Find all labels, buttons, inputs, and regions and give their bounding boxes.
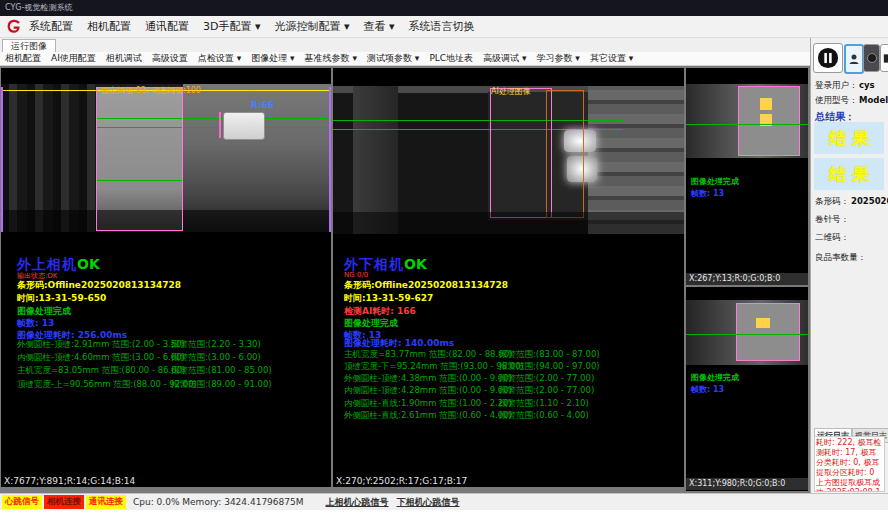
process-done-line: 图像处理完成	[691, 176, 739, 187]
edge-line-purple	[329, 87, 331, 232]
time-line: 时间:13-31-59-627	[344, 292, 433, 305]
alarm-range-text: 报警范围:(2.00 - 77.00)	[499, 385, 594, 397]
result-ok-label: OK	[77, 256, 100, 272]
window-title: CYG-视觉检测系统	[5, 3, 72, 12]
toolbar-baseline-params[interactable]: 基准线参数 ▾	[300, 52, 362, 65]
menu-item-3d-hand-config[interactable]: 3D手配置 ▾	[196, 19, 268, 34]
pixel-coords-readout: X:311;Y:980;R:0;G:0;B:0	[686, 478, 808, 490]
output-status-line: NG:0/0	[344, 271, 368, 279]
app-window: CYG-视觉检测系统 系统配置 相机配置 通讯配置 3D手配置 ▾ 光源控制配置…	[0, 0, 888, 522]
measurement-text: 内侧圆柱-顶缝:4.60mm 范围:(3.00 - 6.00)	[17, 352, 185, 364]
marker-line-magenta	[219, 112, 221, 138]
barcode-line: 条形码:Offline2025020813134728	[17, 279, 181, 292]
toolbar-advanced-settings[interactable]: 高级设置	[147, 52, 193, 65]
roi-rect-orange	[546, 90, 584, 218]
tab-run-image[interactable]: 运行图像	[2, 39, 56, 53]
camera-panel-outer-bottom: AI处理图像 外下相机OK NG:0/0 条形码:Offline20250208…	[333, 68, 684, 487]
record-button[interactable]	[863, 44, 880, 72]
qr-code-label: 二维码：	[815, 232, 849, 244]
roi-rect-pink	[736, 303, 800, 361]
result-box-2: 结 果	[814, 158, 884, 190]
toolbar-advanced-debug[interactable]: 高级调试 ▾	[478, 52, 531, 65]
pause-button[interactable]	[813, 43, 843, 73]
toolbar-image-processing[interactable]: 图像处理 ▾	[246, 52, 299, 65]
pixel-coords-readout: X:270;Y:2502;R:17;G:17;B:17	[336, 476, 467, 486]
toolbar-camera-debug[interactable]: 相机调试	[101, 52, 147, 65]
menu-item-comm-config[interactable]: 通讯配置	[138, 19, 196, 34]
alarm-range-text: 报警范围:(2.20 - 3.30)	[171, 339, 261, 351]
exit-door-icon	[882, 52, 888, 65]
menu-item-system-config[interactable]: 系统配置	[22, 19, 80, 34]
window-titlebar: CYG-视觉检测系统	[0, 0, 888, 16]
roi-rect-pink	[96, 87, 183, 231]
connector-part	[223, 112, 265, 140]
barcode-line: 条形码:Offline2025020813134728	[344, 279, 508, 292]
camera-view-outer-bottom[interactable]: AI处理图像	[333, 86, 684, 234]
alarm-range-text: 报警范围:(2.00 - 77.00)	[499, 373, 594, 385]
blue-marker-label: R:66	[251, 100, 274, 110]
right-sidebar: 登录用户： cys 使用型号： Model1 总结果： 结 果 结 果 条形码：…	[810, 38, 888, 493]
tab-highlight	[760, 98, 772, 110]
toolbar-learning-params[interactable]: 学习参数 ▾	[532, 52, 585, 65]
camera-thumb-view-bottom[interactable]	[686, 300, 808, 365]
edge-line-purple	[1, 87, 3, 232]
measurement-text: 内侧圆柱-顶缝:4.28mm 范围:(0.00 - 9.00)	[344, 385, 512, 397]
measurement-text: 顶缝宽度-下=95.24mm 范围:(93.00 - 98.00)	[344, 361, 524, 373]
alarm-range-text: 报警范围:(0.60 - 4.00)	[499, 410, 589, 422]
frame-count-line: 帧数: 13	[691, 188, 724, 199]
result-box-1: 结 果	[814, 122, 884, 154]
alarm-range-text: 报警范围:(81.00 - 85.00)	[171, 365, 272, 377]
ai-image-label: AI处理图像	[491, 86, 531, 97]
login-user-label: 登录用户：	[815, 80, 858, 92]
threshold-label: 固定阈值:93, 动态阈值:100	[101, 85, 201, 96]
user-icon	[848, 52, 860, 66]
user-login-button[interactable]	[844, 44, 864, 74]
alarm-range-text: 报警范围:(3.00 - 6.00)	[171, 352, 261, 364]
measurement-text: 内侧圆柱-直线:1.90mm 范围:(1.00 - 2.20)	[344, 398, 512, 410]
process-done-line: 图像处理完成	[691, 372, 739, 383]
pixel-coords-readout: X:7677;Y:891;R:14;G:14;B:14	[4, 476, 135, 486]
status-bar: 心跳信号 相机连接 通讯连接 Cpu: 0.0% Memory: 3424.41…	[0, 493, 888, 510]
camera-connection-badge: 相机连接	[44, 495, 84, 509]
top-camera-heartbeat-label: 上相机心跳信号	[326, 496, 389, 509]
model-value: Model1	[859, 95, 888, 105]
measurement-text: 主机宽度=83.77mm 范围:(82.00 - 88.00)	[344, 349, 512, 361]
alarm-range-text: 报警范围:(1.10 - 2.10)	[499, 398, 589, 410]
toolbar-camera-config[interactable]: 相机配置	[0, 52, 46, 65]
frame-count-line: 帧数: 13	[691, 384, 724, 395]
roi-rect-pink	[490, 88, 552, 218]
cpu-memory-readout: Cpu: 0.0% Memory: 3424.41796875M	[133, 497, 304, 507]
menu-bar: 系统配置 相机配置 通讯配置 3D手配置 ▾ 光源控制配置 ▾ 查看 ▾ 系统语…	[0, 16, 888, 38]
barcode-value: 20250208	[815, 196, 888, 206]
app-logo-icon	[5, 19, 21, 35]
alarm-range-text: 报警范围:(83.00 - 87.00)	[499, 349, 600, 361]
menu-item-language-switch[interactable]: 系统语言切换	[402, 19, 482, 34]
menu-item-camera-config[interactable]: 相机配置	[80, 19, 138, 34]
camera-thumb-panel-bottom: 图像处理完成 帧数: 13 X:311;Y:980;R:0;G:0;B:0	[686, 287, 808, 491]
camera-name-label: 外上相机	[17, 256, 77, 272]
toolbar-other-settings[interactable]: 其它设置 ▾	[585, 52, 638, 65]
winding-needle-label: 卷针号：	[815, 214, 849, 226]
exit-button[interactable]	[880, 44, 888, 72]
camera-panel-outer-top: 固定阈值:93, 动态阈值:100 R:66 外上相机OK 输出状态:OK 条形…	[1, 68, 331, 487]
shadow-band	[333, 212, 684, 234]
toolbar: 相机配置 AI使用配置 相机调试 高级设置 点检设置 ▾ 图像处理 ▾ 基准线参…	[0, 52, 810, 66]
toolbar-ai-use-config[interactable]: AI使用配置	[46, 52, 101, 65]
toolbar-test-item-params[interactable]: 测试项参数 ▾	[362, 52, 424, 65]
camera-view-outer-top[interactable]: 固定阈值:93, 动态阈值:100 R:66	[1, 84, 331, 232]
good-count-label: 良品率数量：	[815, 252, 866, 264]
measurement-text: 外侧圆柱-直线:2.61mm 范围:(0.60 - 4.00)	[344, 410, 512, 422]
measurement-text: 主机宽度=83.05mm 范围:(80.00 - 86.00)	[17, 365, 185, 377]
log-text[interactable]: 耗时: 222, 极耳检测耗时: 17, 极耳分类耗时: 0, 极耳提取分区耗时…	[814, 436, 885, 492]
tab-strip: 运行图像	[0, 38, 810, 52]
record-icon	[866, 52, 878, 64]
tab-highlight	[756, 318, 770, 328]
toolbar-plc-address-table[interactable]: PLC地址表	[424, 52, 478, 65]
measurement-text: 顶缝宽度-上=90.56mm 范围:(88.00 - 92.00)	[17, 379, 197, 391]
menu-item-light-control-config[interactable]: 光源控制配置 ▾	[268, 19, 357, 34]
menu-item-view[interactable]: 查看 ▾	[357, 19, 402, 34]
camera-thumb-panel-top: 图像处理完成 帧数: 13 X:267;Y:13;R:0;G:0;B:0	[686, 68, 808, 285]
camera-thumb-view-top[interactable]	[686, 84, 808, 158]
measurement-text: 外侧圆柱-顶缝:2.91mm 范围:(2.00 - 3.50)	[17, 339, 185, 351]
toolbar-spot-check-settings[interactable]: 点检设置 ▾	[193, 52, 246, 65]
